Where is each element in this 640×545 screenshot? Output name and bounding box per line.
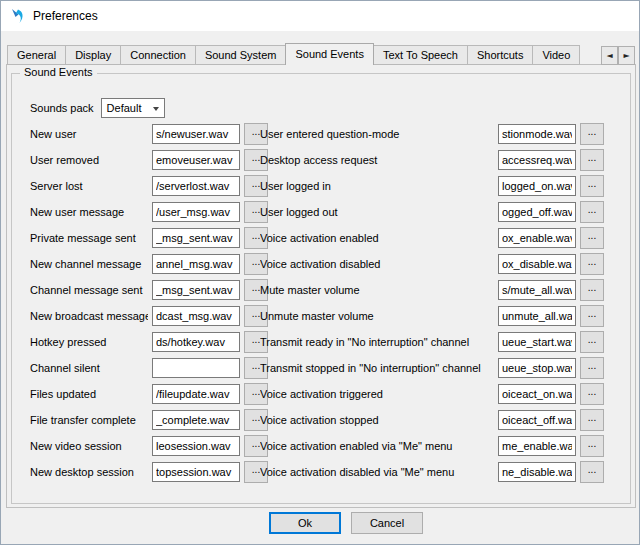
event-label: Desktop access request <box>260 154 494 166</box>
window-title: Preferences <box>33 9 98 23</box>
sound-file-input[interactable] <box>152 176 240 196</box>
browse-button[interactable]: ... <box>580 279 604 301</box>
sound-file-input[interactable] <box>498 332 576 352</box>
sound-file-input[interactable] <box>152 150 240 170</box>
sound-file-input[interactable] <box>498 410 576 430</box>
browse-button[interactable]: ... <box>580 227 604 249</box>
event-label: New video session <box>30 440 148 452</box>
browse-button[interactable]: ... <box>580 123 604 145</box>
tab-general[interactable]: General <box>7 45 66 65</box>
browse-button[interactable]: ... <box>580 435 604 457</box>
sound-file-input[interactable] <box>152 124 240 144</box>
tab-connection[interactable]: Connection <box>120 45 196 65</box>
sound-file-input[interactable] <box>498 436 576 456</box>
event-label: Transmit stopped in "No interruption" ch… <box>260 362 494 374</box>
sound-file-input[interactable] <box>152 306 240 326</box>
sound-event-row: Files updated... <box>30 381 278 407</box>
sound-file-input[interactable] <box>152 384 240 404</box>
sound-event-row: Voice activation enabled via "Me" menu..… <box>260 433 604 459</box>
sound-event-row: User logged out... <box>260 199 604 225</box>
tab-display[interactable]: Display <box>65 45 121 65</box>
chevron-down-icon <box>153 107 159 111</box>
sound-file-input[interactable] <box>498 228 576 248</box>
tab-text-to-speech[interactable]: Text To Speech <box>373 45 468 65</box>
sound-file-input[interactable] <box>152 462 240 482</box>
sound-file-input[interactable] <box>498 176 576 196</box>
tab-sound-system[interactable]: Sound System <box>195 45 287 65</box>
event-label: Hotkey pressed <box>30 336 148 348</box>
browse-button[interactable]: ... <box>580 175 604 197</box>
tab-shortcuts[interactable]: Shortcuts <box>467 45 533 65</box>
event-label: Server lost <box>30 180 148 192</box>
browse-button[interactable]: ... <box>580 331 604 353</box>
sound-file-input[interactable] <box>498 384 576 404</box>
sound-file-input[interactable] <box>498 280 576 300</box>
sound-events-column-right: User entered question-mode...Desktop acc… <box>260 121 604 485</box>
event-label: Files updated <box>30 388 148 400</box>
event-label: Channel message sent <box>30 284 148 296</box>
browse-button[interactable]: ... <box>580 253 604 275</box>
sound-event-row: Hotkey pressed... <box>30 329 278 355</box>
sound-event-row: New broadcast message... <box>30 303 278 329</box>
event-label: Voice activation enabled <box>260 232 494 244</box>
tab-scroll-right-button[interactable]: ► <box>618 46 635 65</box>
event-label: Channel silent <box>30 362 148 374</box>
sound-event-row: New user... <box>30 121 278 147</box>
sound-file-input[interactable] <box>152 332 240 352</box>
browse-button[interactable]: ... <box>580 357 604 379</box>
tab-sound-events[interactable]: Sound Events <box>285 43 374 65</box>
cancel-button[interactable]: Cancel <box>351 512 423 534</box>
sound-file-input[interactable] <box>152 436 240 456</box>
event-label: Voice activation disabled via "Me" menu <box>260 466 494 478</box>
sound-file-input[interactable] <box>498 124 576 144</box>
tab-bar: GeneralDisplayConnectionSound SystemSoun… <box>7 43 635 65</box>
sound-file-input[interactable] <box>498 150 576 170</box>
sound-event-row: Channel message sent... <box>30 277 278 303</box>
browse-button[interactable]: ... <box>580 201 604 223</box>
event-label: User entered question-mode <box>260 128 494 140</box>
sound-event-row: New user message... <box>30 199 278 225</box>
sound-file-input[interactable] <box>498 254 576 274</box>
sound-event-row: Voice activation disabled... <box>260 251 604 277</box>
browse-button[interactable]: ... <box>580 305 604 327</box>
event-label: Voice activation disabled <box>260 258 494 270</box>
tab-page-sound-events: Sound Events Sounds pack Default New use… <box>6 64 636 508</box>
tab-video[interactable]: Video <box>532 45 580 65</box>
sound-file-input[interactable] <box>152 410 240 430</box>
sound-file-input[interactable] <box>152 358 240 378</box>
sound-file-input[interactable] <box>498 202 576 222</box>
sound-event-row: User removed... <box>30 147 278 173</box>
sound-event-row: Mute master volume... <box>260 277 604 303</box>
sound-events-column-left: New user...User removed...Server lost...… <box>30 121 278 485</box>
sound-file-input[interactable] <box>498 306 576 326</box>
event-label: User logged in <box>260 180 494 192</box>
preferences-dialog: Preferences GeneralDisplayConnectionSoun… <box>0 0 640 545</box>
event-label: Transmit ready in "No interruption" chan… <box>260 336 494 348</box>
sound-file-input[interactable] <box>498 462 576 482</box>
tab-scroll-left-button[interactable]: ◄ <box>601 46 618 65</box>
ok-button[interactable]: Ok <box>269 512 341 534</box>
browse-button[interactable]: ... <box>580 461 604 483</box>
browse-button[interactable]: ... <box>580 383 604 405</box>
title-bar[interactable]: Preferences <box>1 1 639 31</box>
event-label: Mute master volume <box>260 284 494 296</box>
sound-file-input[interactable] <box>498 358 576 378</box>
sound-file-input[interactable] <box>152 280 240 300</box>
sound-file-input[interactable] <box>152 228 240 248</box>
app-icon <box>10 8 26 24</box>
event-label: User logged out <box>260 206 494 218</box>
sounds-pack-select[interactable]: Default <box>101 98 165 118</box>
sound-event-row: New channel message... <box>30 251 278 277</box>
browse-button[interactable]: ... <box>580 149 604 171</box>
sound-events-groupbox: Sound Events Sounds pack Default New use… <box>11 73 631 504</box>
groupbox-title: Sound Events <box>20 66 97 78</box>
sound-file-input[interactable] <box>152 254 240 274</box>
sound-event-row: User entered question-mode... <box>260 121 604 147</box>
sound-event-row: Voice activation disabled via "Me" menu.… <box>260 459 604 485</box>
sound-event-row: Channel silent... <box>30 355 278 381</box>
sound-event-row: Desktop access request... <box>260 147 604 173</box>
sound-event-row: Transmit ready in "No interruption" chan… <box>260 329 604 355</box>
sound-file-input[interactable] <box>152 202 240 222</box>
event-label: Unmute master volume <box>260 310 494 322</box>
browse-button[interactable]: ... <box>580 409 604 431</box>
